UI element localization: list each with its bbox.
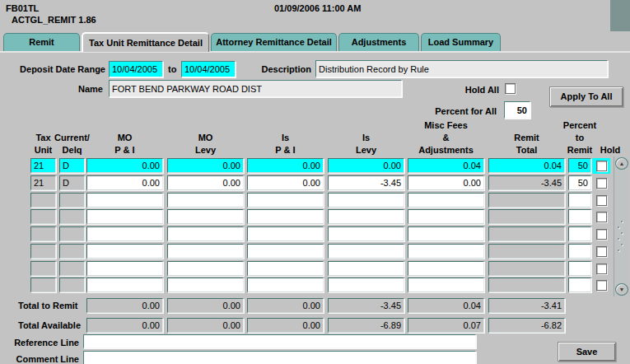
tab-attorney-remittance-detail[interactable]: Attorney Remittance Detail — [211, 33, 337, 51]
grid-cell-pct[interactable] — [568, 226, 591, 241]
grid-cell-mo_levy[interactable] — [167, 209, 244, 224]
grid-cell-tax[interactable]: 21 — [30, 175, 56, 190]
tab-load-summary[interactable]: Load Summary — [421, 33, 501, 51]
comment-line-label: Comment Line — [7, 354, 79, 364]
grid-cell-pct[interactable]: 50 — [568, 158, 591, 173]
grid-cell-is_pi[interactable] — [247, 244, 324, 259]
hold-checkbox[interactable] — [596, 229, 607, 240]
hold-checkbox[interactable] — [596, 178, 607, 189]
grid-cell-mo_levy[interactable] — [167, 261, 244, 276]
hold-checkbox[interactable] — [596, 161, 607, 171]
grid-cell-mo_pi[interactable] — [86, 278, 163, 292]
reference-line-input[interactable] — [83, 334, 476, 348]
hold-checkbox[interactable] — [596, 212, 607, 222]
grid-cell-misc[interactable]: 0.00 — [408, 175, 484, 190]
total-cell-mo_levy: 0.00 — [167, 318, 244, 333]
grid-cell-tax[interactable] — [30, 209, 56, 224]
grid-cell-delq[interactable] — [59, 244, 85, 259]
grid-cell-tax[interactable] — [30, 244, 56, 259]
grid-cell-tax[interactable]: 21 — [30, 158, 56, 173]
grid-cell-tax[interactable] — [30, 193, 56, 208]
grid-cell-mo_pi[interactable]: 0.00 — [86, 158, 163, 173]
grid-cell-delq[interactable] — [59, 261, 85, 276]
grid-cell-pct[interactable] — [568, 261, 591, 276]
grid-cell-remit — [488, 209, 565, 224]
grid-cell-is_pi[interactable] — [247, 278, 324, 292]
grid-cell-is_levy[interactable] — [328, 261, 404, 276]
grid-cell-is_pi[interactable] — [247, 261, 324, 276]
description-input[interactable] — [315, 60, 608, 77]
save-button[interactable]: Save — [558, 342, 616, 362]
grid-cell-misc[interactable] — [408, 278, 484, 292]
name-input[interactable] — [109, 80, 402, 97]
grid-cell-remit — [488, 226, 565, 241]
hold-checkbox[interactable] — [596, 280, 607, 291]
grid-cell-delq[interactable]: D — [59, 175, 85, 190]
grid-cell-delq[interactable] — [59, 226, 85, 241]
hold-checkbox[interactable] — [596, 264, 607, 274]
grid-cell-is_levy[interactable] — [328, 244, 404, 259]
tab-tax-unit-remittance-detail[interactable]: Tax Unit Remittance Detail — [82, 32, 209, 52]
grid-cell-is_levy[interactable]: -3.45 — [328, 175, 404, 190]
grid-cell-is_pi[interactable]: 0.00 — [247, 158, 324, 173]
total-to-remit-label: Total to Remit — [18, 301, 78, 310]
grid-cell-is_levy[interactable] — [328, 209, 404, 224]
grid-cell-misc[interactable] — [408, 261, 484, 276]
grid-cell-is_pi[interactable] — [247, 209, 324, 224]
grid-cell-tax[interactable] — [30, 226, 56, 241]
datetime: 01/09/2006 11:00 AM — [274, 3, 361, 13]
grid-cell-mo_levy[interactable]: 0.00 — [167, 175, 244, 190]
grid-cell-mo_pi[interactable] — [86, 193, 163, 208]
grid-cell-is_levy[interactable]: 0.00 — [328, 158, 404, 173]
grid-cell-pct[interactable] — [568, 209, 591, 224]
grid-cell-pct[interactable]: 50 — [568, 175, 591, 190]
grid-cell-delq[interactable] — [59, 209, 85, 224]
scrollbar-down-icon[interactable]: ▼ — [615, 283, 628, 296]
grid-cell-mo_pi[interactable] — [86, 209, 163, 224]
grid-cell-is_levy[interactable] — [328, 226, 404, 241]
grid-vertical-scrollbar[interactable]: ▲ ▼ — [614, 156, 628, 296]
grid-cell-misc[interactable]: 0.04 — [408, 158, 484, 173]
comment-line-input[interactable] — [83, 351, 476, 364]
scrollbar-up-icon[interactable]: ▲ — [615, 157, 628, 170]
hold-cell — [592, 175, 610, 191]
deposit-date-to-input[interactable] — [181, 61, 236, 77]
grid-cell-delq[interactable] — [59, 278, 85, 292]
percent-for-all-input[interactable] — [504, 101, 530, 119]
grid-cell-mo_levy[interactable] — [167, 193, 244, 208]
grid-cell-misc[interactable] — [408, 209, 484, 224]
scrollbar-thumb-grip[interactable] — [618, 221, 626, 254]
hold-all-checkbox[interactable] — [505, 83, 516, 94]
grid-cell-is_levy[interactable] — [328, 193, 404, 208]
grid-cell-mo_levy[interactable] — [167, 226, 244, 241]
tab-adjustments[interactable]: Adjustments — [338, 33, 419, 51]
grid-cell-tax[interactable] — [30, 278, 56, 292]
grid-cell-remit — [488, 193, 565, 208]
grid-cell-tax[interactable] — [30, 261, 56, 276]
grid-cell-delq[interactable] — [59, 193, 85, 208]
grid-cell-mo_levy[interactable] — [167, 244, 244, 259]
grid-cell-mo_pi[interactable] — [86, 226, 163, 241]
grid-cell-is_levy[interactable] — [328, 278, 404, 292]
grid-cell-mo_levy[interactable]: 0.00 — [167, 158, 244, 173]
apply-to-all-button[interactable]: Apply To All — [549, 86, 623, 107]
grid-cell-is_pi[interactable] — [247, 193, 324, 208]
grid-cell-is_pi[interactable] — [247, 226, 324, 241]
tab-content-panel: Deposit Date Range to Description Name H… — [0, 51, 630, 364]
grid-cell-mo_pi[interactable]: 0.00 — [86, 175, 163, 190]
deposit-date-from-input[interactable] — [109, 61, 163, 77]
grid-cell-is_pi[interactable]: 0.00 — [247, 175, 324, 190]
grid-cell-misc[interactable] — [408, 244, 484, 259]
hold-checkbox[interactable] — [596, 246, 607, 257]
grid-cell-misc[interactable] — [408, 226, 484, 241]
grid-cell-mo_pi[interactable] — [86, 244, 163, 259]
tab-remit[interactable]: Remit — [3, 33, 80, 51]
grid-cell-mo_pi[interactable] — [86, 261, 163, 276]
grid-cell-misc[interactable] — [408, 193, 484, 208]
grid-cell-pct[interactable] — [568, 193, 591, 208]
hold-checkbox[interactable] — [596, 195, 607, 206]
grid-cell-pct[interactable] — [568, 278, 591, 292]
grid-cell-mo_levy[interactable] — [167, 278, 244, 292]
grid-cell-pct[interactable] — [568, 244, 591, 259]
grid-cell-delq[interactable]: D — [59, 158, 85, 173]
